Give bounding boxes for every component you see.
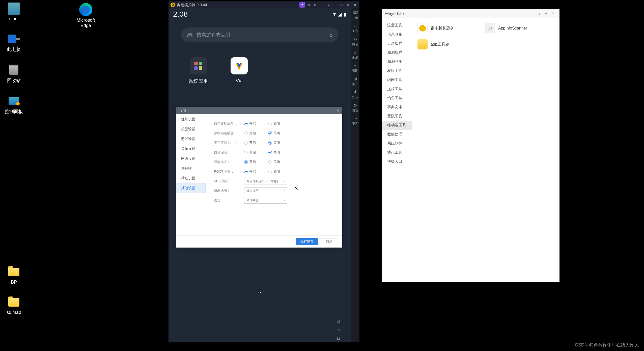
- side-tool-截图[interactable]: ✂截图: [352, 63, 358, 73]
- dropdown[interactable]: 简体中文▾: [244, 197, 287, 204]
- watermark: CSDN @勇敢许牛牛在线大闯关: [575, 342, 639, 348]
- settings-title: 设置: [179, 108, 187, 113]
- desktop-label: Microsoft Edge: [71, 18, 101, 28]
- maye-nav-item[interactable]: 快捷入口: [382, 157, 412, 166]
- radio-on[interactable]: 开启: [244, 169, 256, 174]
- radio-on[interactable]: 开启: [244, 150, 256, 155]
- page-indicator: [260, 292, 261, 293]
- desktop-icon-sqlmap[interactable]: sqlmap: [3, 296, 25, 315]
- android-status-bar: 2:08 ▾ ◢ ▮: [169, 8, 351, 20]
- settings-nav-item[interactable]: 性能设置: [176, 114, 206, 124]
- settings-nav-item[interactable]: 游戏设置: [176, 134, 206, 144]
- cancel-button[interactable]: 取消: [321, 238, 337, 245]
- radio-off[interactable]: 关闭: [268, 160, 280, 164]
- status-time: 2:08: [173, 10, 188, 18]
- maye-nav-item[interactable]: 信息收集: [382, 30, 412, 39]
- maye-item[interactable]: adb工具箱: [415, 37, 481, 51]
- radio-on[interactable]: 开启: [244, 131, 256, 136]
- maye-nav-item[interactable]: 漏洞利用: [382, 57, 412, 66]
- desktop-icon-edge[interactable]: Microsoft Edge: [71, 3, 101, 28]
- search-icon[interactable]: ⌕: [535, 10, 542, 17]
- maye-nav-item[interactable]: 系统软件: [382, 139, 412, 148]
- maye-nav-item[interactable]: 数据处理: [382, 130, 412, 139]
- close-icon[interactable]: ✕: [336, 109, 339, 113]
- settings-nav-item[interactable]: 其他设置: [176, 183, 206, 193]
- radio-off[interactable]: 关闭: [268, 131, 280, 136]
- side-tool-加音[interactable]: ♪+加音: [352, 23, 358, 33]
- maye-nav-item[interactable]: 漏洞扫描: [382, 48, 412, 57]
- titlebar-extra-button[interactable]: ✦: [299, 2, 305, 8]
- settings-nav: 性能设置机型设置游戏设置音频设置网络设置快捷键壁纸设置其他设置: [176, 114, 206, 235]
- side-tool-更多[interactable]: ⋯更多: [352, 116, 358, 126]
- close-icon[interactable]: ✕: [549, 10, 556, 17]
- android-nav-bar: ◁ ○ □: [169, 317, 342, 342]
- settings-titlebar[interactable]: 设置 ✕: [176, 107, 342, 114]
- maye-item[interactable]: ⚙AppInfoScanner: [483, 21, 549, 35]
- side-tool-减音[interactable]: ♪-减音: [352, 37, 358, 46]
- maye-nav-item[interactable]: 移动端工具: [382, 121, 412, 130]
- settings-nav-item[interactable]: 壁纸设置: [176, 173, 206, 183]
- emulator-titlebar[interactable]: D 雷电模拟器 9.0.64 ✦ ⊗ ⊕ ◻ ≡ − □ ✕ ≪: [169, 1, 359, 8]
- radio-off[interactable]: 关闭: [268, 141, 280, 145]
- titlebar-button[interactable]: ◻: [319, 2, 325, 8]
- settings-nav-item[interactable]: 音频设置: [176, 144, 206, 154]
- nav-home-button[interactable]: ○: [337, 328, 340, 332]
- titlebar-menu-button[interactable]: ≡: [326, 2, 331, 8]
- desktop-icon-bp[interactable]: BP: [3, 266, 25, 285]
- folder-icon: [8, 266, 20, 278]
- titlebar-button[interactable]: ⊕: [313, 2, 318, 8]
- desktop-label: sqlmap: [7, 310, 21, 315]
- settings-nav-item[interactable]: 机型设置: [176, 124, 206, 134]
- desktop-icon-this-pc[interactable]: 此电脑: [3, 33, 25, 52]
- side-tool-多开[interactable]: ⊞多开: [352, 76, 358, 86]
- search-box[interactable]: 🎮 搜索游戏或应用 ⌕: [181, 28, 338, 42]
- nav-back-button[interactable]: ◁: [337, 319, 340, 324]
- radio-on[interactable]: 开启: [244, 121, 256, 126]
- radio-on[interactable]: 开启: [244, 160, 256, 164]
- titlebar-collapse-button[interactable]: ≪: [352, 2, 357, 8]
- titlebar-button[interactable]: ⊗: [306, 2, 312, 8]
- titlebar-maximize-button[interactable]: □: [339, 2, 344, 8]
- edge-icon: [79, 3, 92, 16]
- desktop-icon-recycle[interactable]: 回收站: [3, 64, 25, 84]
- maye-nav-item[interactable]: 内网工具: [382, 75, 412, 84]
- dropdown[interactable]: 开启远程连接（不推荐）▾: [244, 178, 287, 184]
- desktop-icon-sibei[interactable]: sibei: [3, 3, 25, 21]
- maye-nav-item[interactable]: 提权工具: [382, 84, 412, 93]
- radio-off[interactable]: 关闭: [268, 121, 280, 126]
- radio-off[interactable]: 关闭: [268, 169, 280, 174]
- app-via[interactable]: Via: [231, 57, 248, 85]
- dropdown[interactable]: 弹出提示▾: [244, 187, 287, 194]
- desktop-label: 此电脑: [7, 46, 21, 52]
- maye-nav-item[interactable]: 目录扫描: [382, 39, 412, 48]
- maye-nav-item[interactable]: 通讯工具: [382, 148, 412, 157]
- maye-nav-item[interactable]: 流量工具: [382, 21, 412, 30]
- maye-titlebar[interactable]: Maye Lite ⌕ ≡ ✕: [382, 9, 559, 18]
- save-button[interactable]: 保存设置: [296, 238, 318, 245]
- maye-nav-item[interactable]: 蓝队工具: [382, 112, 412, 121]
- desktop-label: sibei: [9, 16, 18, 21]
- side-tool-安装[interactable]: ⬇安装: [352, 90, 358, 99]
- maye-item[interactable]: 雷电模拟器9: [415, 21, 481, 35]
- wifi-icon: ▾: [333, 11, 336, 17]
- side-tool-全屏[interactable]: ⤢全屏: [352, 50, 358, 60]
- desktop-icon-control-panel[interactable]: 控制面板: [3, 95, 25, 115]
- gamepad-icon: 🎮: [187, 32, 193, 38]
- nav-recents-button[interactable]: □: [337, 336, 340, 341]
- titlebar-close-button[interactable]: ✕: [345, 2, 351, 8]
- maye-nav-item[interactable]: 字典文本: [382, 102, 412, 112]
- radio-off[interactable]: 关闭: [268, 150, 280, 155]
- maye-nav-item[interactable]: 权限工具: [382, 66, 412, 75]
- settings-row: 标签模式：开启关闭: [214, 157, 335, 167]
- side-tool-设置[interactable]: ⚙设置: [352, 103, 358, 113]
- side-tool-按键[interactable]: ⌨按键: [352, 10, 358, 20]
- radio-on[interactable]: 开启: [244, 141, 256, 145]
- maye-nav-item[interactable]: 钓鱼工具: [382, 93, 412, 102]
- menu-icon[interactable]: ≡: [542, 10, 549, 17]
- titlebar-minimize-button[interactable]: −: [332, 2, 338, 8]
- app-icon: [417, 39, 428, 49]
- settings-nav-item[interactable]: 网络设置: [176, 154, 206, 164]
- settings-nav-item[interactable]: 快捷键: [176, 164, 206, 173]
- app-system-apps[interactable]: 系统应用: [189, 57, 208, 85]
- desktop-label: BP: [11, 280, 17, 285]
